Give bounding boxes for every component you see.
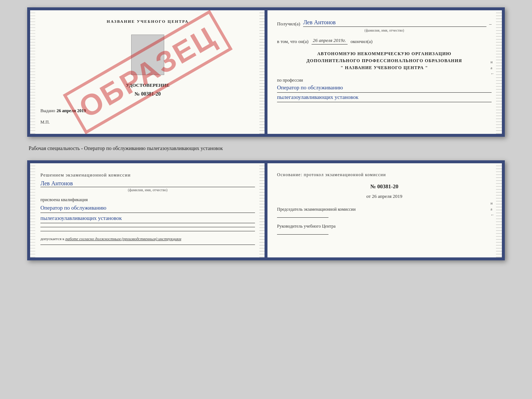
blank-line-3 [40, 245, 255, 245]
recipient-line: Получил(а) Лев Антонов – [277, 19, 492, 27]
chairman-section: Председатель экзаменационной комиссии [277, 207, 492, 218]
profession-label: по профессии [277, 78, 492, 83]
right-decoration-2 [496, 10, 502, 134]
cert-label: УДОСТОВЕРЕНИЕ [40, 82, 255, 88]
document-container: НАЗВАНИЕ УЧЕБНОГО ЦЕНТРА ОБРАЗЕЦ УДОСТОВ… [27, 7, 505, 260]
protocol-date: 26 апреля 2019 [372, 193, 402, 199]
mp-label: М.П. [40, 120, 255, 125]
top-diploma-book: НАЗВАНИЕ УЧЕБНОГО ЦЕНТРА ОБРАЗЕЦ УДОСТОВ… [27, 7, 505, 137]
middle-text: Рабочая специальность - Оператор по обсл… [27, 146, 505, 152]
chairman-sign-line [277, 217, 328, 218]
director-section: Руководитель учебного Центра [277, 224, 492, 235]
left-decoration-2 [30, 163, 35, 257]
profession-line2: пылегазоулавливающих установок [277, 94, 492, 102]
bottom-right-page: Основание: протокол экзаменационной коми… [267, 163, 502, 257]
blank-line-2 [40, 231, 255, 231]
profession-line1: Оператор по обслуживанию [277, 85, 492, 93]
cert-number: № 00381-20 [40, 91, 255, 97]
recipient-name: Лев Антонов [303, 19, 486, 27]
right-decoration-3 [259, 163, 265, 257]
assigned-text: присвоена квалификация [40, 197, 255, 203]
person-name: Лев Антонов [40, 180, 255, 187]
side-chars: и а ← [490, 60, 495, 76]
org-block: АВТОНОМНУЮ НЕКОММЕРЧЕСКУЮ ОРГАНИЗАЦИЮ ДО… [277, 50, 492, 72]
completed-date: 26 апреля 2019г. [312, 38, 348, 44]
left-decoration [30, 10, 35, 134]
blank-line-1 [40, 227, 255, 227]
top-left-page: НАЗВАНИЕ УЧЕБНОГО ЦЕНТРА ОБРАЗЕЦ УДОСТОВ… [30, 10, 267, 134]
right-decoration-4 [496, 163, 502, 257]
qual-line1: Оператор по обслуживанию [40, 205, 255, 213]
completed-row: в том, что он(а) 26 апреля 2019г. окончи… [277, 38, 492, 44]
bottom-left-page: Решением экзаменационной комиссии Лев Ан… [30, 163, 267, 257]
fio-label-top: (фамилия, имя, отчество) [277, 28, 492, 32]
qual-line2: пылегазоулавливающих установок [40, 215, 255, 223]
allowed-text: допускается к работе согласно должностны… [40, 236, 255, 241]
fio-label-bottom: (фамилия, имя, отчество) [40, 188, 255, 192]
side-chars-2: и а ← [490, 201, 495, 217]
bottom-diploma-book: Решением экзаменационной комиссии Лев Ан… [27, 160, 505, 260]
top-left-title: НАЗВАНИЕ УЧЕБНОГО ЦЕНТРА [40, 19, 255, 24]
protocol-number: № 00381-20 [277, 184, 492, 190]
protocol-date-row: от 26 апреля 2019 [277, 193, 492, 199]
basis-text: Основание: протокол экзаменационной коми… [277, 172, 492, 178]
director-sign-line [277, 234, 328, 235]
right-decoration [259, 10, 265, 134]
decision-text: Решением экзаменационной комиссии [40, 172, 255, 178]
issued-date: 26 апреля 2019 [57, 108, 86, 114]
top-right-page: Получил(а) Лев Антонов – (фамилия, имя, … [267, 10, 502, 134]
photo-placeholder [131, 35, 164, 75]
allowed-italic: работе согласно должностным (производств… [65, 236, 181, 241]
issued-row: Выдано 26 апреля 2019 [40, 108, 255, 114]
